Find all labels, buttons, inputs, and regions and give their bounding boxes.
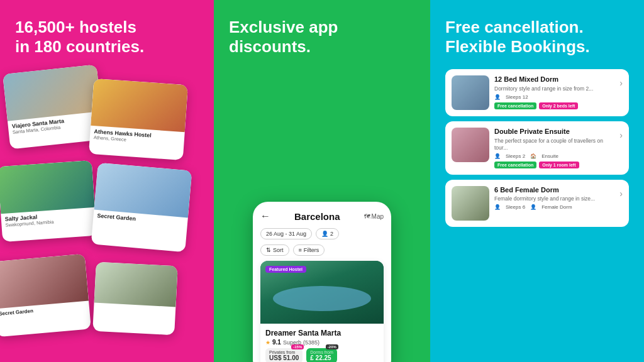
hostel-card: Salty Jackal Swakopmund, Namibia (0, 160, 97, 242)
room-card[interactable]: Double Private Ensuite The perfect space… (445, 121, 629, 174)
dorm-price: £ 22.25 (310, 354, 333, 361)
room-name: Double Private Ensuite (494, 128, 614, 136)
phone-filters: 26 Aug - 31 Aug 👤 2 (260, 228, 384, 239)
room-desc: The perfect space for a couple of travel… (494, 138, 614, 151)
dorm-price-box: -20% Dorms from £ 22.25 (306, 348, 337, 362)
panel-cancellation: Free cancellation. Flexible Bookings. 12… (430, 0, 644, 362)
guests-filter[interactable]: 👤 2 (316, 228, 339, 239)
sleeps-label: Sleeps 6 (506, 204, 525, 210)
sort-icon: ⇅ (266, 247, 271, 253)
map-icon: 🗺 (364, 213, 370, 220)
filters-icon: ≡ (299, 247, 302, 253)
sleeps-label: Sleeps 12 (506, 94, 528, 100)
featured-listing[interactable]: Featured Hostel Dreamer Santa Marta ★ 9.… (260, 261, 384, 362)
sleeps-label: Sleeps 2 (506, 153, 525, 159)
room-meta: 👤 Sleeps 6 👤 Female Dorm (494, 204, 614, 210)
room-thumbnail (452, 186, 489, 221)
filters-button[interactable]: ≡ Filters (293, 244, 325, 256)
hostel-card: Athens Hawks Hostel Athens, Greece (89, 79, 188, 160)
room-desc: Female dormitory style and range in size… (494, 195, 614, 202)
dorm-label: Dorms from (310, 350, 333, 354)
room-tags: Free cancellation Only 2 beds left (494, 102, 614, 109)
room-tags: Free cancellation Only 1 room left (494, 162, 614, 168)
room-meta: 👤 Sleeps 12 (494, 94, 614, 100)
room-meta: 👤 Sleeps 2 🏠 Ensuite (494, 153, 614, 159)
hostel-card: Secret Garden (91, 163, 192, 253)
card-name (97, 305, 172, 309)
phone-sort-filters: ⇅ Sort ≡ Filters (260, 244, 384, 256)
room-info: 6 Bed Female Dorm Female dormitory style… (494, 186, 614, 212)
room-card[interactable]: 6 Bed Female Dorm Female dormitory style… (445, 180, 629, 227)
panel3-headline: Free cancellation. Flexible Bookings. (445, 18, 629, 57)
room-cards-list: 12 Bed Mixed Dorm Dormitory style and ra… (445, 69, 629, 226)
map-button[interactable]: 🗺 Map (364, 213, 384, 220)
reviews-count: (5385) (303, 339, 319, 346)
hostel-cards-container: Viajero Santa Marta Santa Marta, Colombi… (0, 69, 214, 358)
room-name: 6 Bed Female Dorm (494, 186, 614, 194)
hostel-card: Viajero Santa Marta Santa Marta, Colombi… (3, 64, 104, 149)
room-thumb-image (452, 186, 489, 221)
phone-header: ← Barcelona 🗺 Map (260, 211, 384, 222)
private-price: US$ 51.00 (269, 354, 299, 361)
room-info: 12 Bed Mixed Dorm Dormitory style and ra… (494, 75, 614, 109)
dorm-discount: -20% (326, 344, 338, 349)
listing-rating: ★ 9.1 Superb (5385) (265, 339, 379, 346)
date-filter[interactable]: 26 Aug - 31 Aug (260, 228, 312, 239)
listing-name: Dreamer Santa Marta (265, 329, 379, 337)
chevron-right-icon[interactable]: › (619, 78, 623, 88)
hostel-card (92, 262, 178, 336)
sleeps-icon: 👤 (494, 204, 501, 210)
room-info: Double Private Ensuite The perfect space… (494, 128, 614, 168)
amenity-icon: 👤 (530, 204, 536, 210)
tag-availability: Only 2 beds left (539, 102, 578, 109)
featured-badge: Featured Hostel (265, 266, 306, 273)
star-icon: ★ (265, 339, 270, 346)
amenity-icon: 🏠 (530, 153, 536, 159)
sleeps-icon: 👤 (494, 94, 501, 100)
guests-icon: 👤 (321, 231, 328, 237)
sort-button[interactable]: ⇅ Sort (260, 244, 289, 256)
rating-score: 9.1 (272, 339, 281, 346)
panel-discounts: Exclusive app discounts. ← Barcelona 🗺 M… (214, 0, 430, 362)
listing-info: Dreamer Santa Marta ★ 9.1 Superb (5385) … (260, 324, 384, 362)
pool-decoration (273, 286, 371, 311)
chevron-right-icon[interactable]: › (619, 189, 623, 199)
date-label: 26 Aug - 31 Aug (266, 231, 306, 237)
listing-prices: -15% Privates from US$ 51.00 -20% Dorms … (265, 348, 379, 362)
panel-hostels: 16,500+ hostels in 180 countries. Viajer… (0, 0, 214, 362)
city-label: Barcelona (294, 211, 340, 222)
amenity-label: Female Dorm (541, 204, 572, 210)
back-icon[interactable]: ← (260, 211, 270, 222)
tag-free-cancellation: Free cancellation (494, 102, 536, 109)
private-discount: -15% (291, 344, 304, 349)
sleeps-icon: 👤 (494, 153, 501, 159)
panel1-headline: 16,500+ hostels in 180 countries. (15, 18, 199, 57)
room-thumbnail (452, 128, 489, 162)
chevron-right-icon[interactable]: › (619, 130, 623, 140)
tag-free-cancellation: Free cancellation (494, 162, 536, 168)
hostel-card: Secret Garden (0, 254, 91, 337)
room-thumbnail (452, 75, 489, 110)
panel2-headline: Exclusive app discounts. (229, 18, 415, 57)
listing-image: Featured Hostel (260, 261, 384, 324)
private-label: Privates from (269, 350, 299, 354)
room-name: 12 Bed Mixed Dorm (494, 75, 614, 84)
private-price-box: -15% Privates from US$ 51.00 (265, 348, 303, 362)
room-desc: Dormitory style and range in size from 2… (494, 85, 614, 92)
room-thumb-image (452, 128, 489, 162)
amenity-label: Ensuite (541, 153, 558, 159)
room-card[interactable]: 12 Bed Mixed Dorm Dormitory style and ra… (445, 69, 629, 116)
room-thumb-image (452, 75, 489, 110)
phone-mockup: ← Barcelona 🗺 Map 26 Aug - 31 Aug 👤 2 ⇅ … (253, 202, 391, 362)
tag-availability: Only 1 room left (539, 162, 579, 168)
